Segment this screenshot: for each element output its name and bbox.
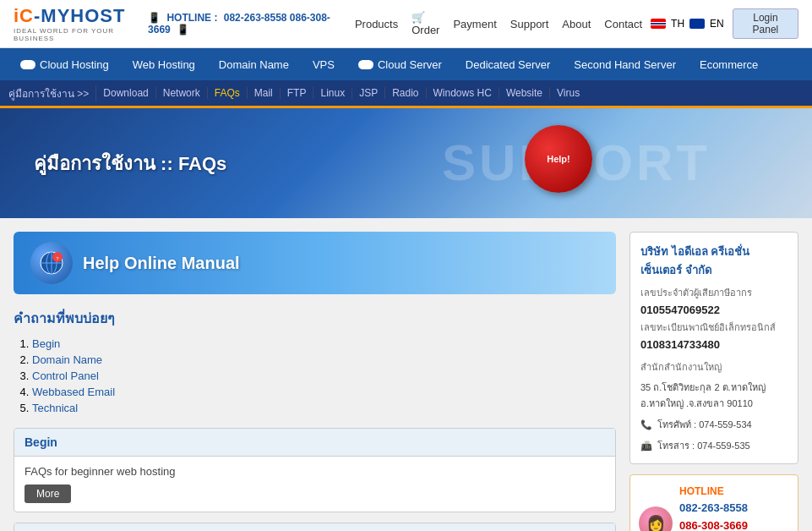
- hotline-num2: 086-308-3669: [679, 517, 748, 531]
- fax-icon: 📠: [640, 441, 652, 451]
- nav-ecommerce[interactable]: Ecommerce: [688, 48, 770, 80]
- logo-text: iCiC-MYHOST-MYHOST: [14, 5, 148, 27]
- nav-contact[interactable]: Contact: [604, 18, 642, 30]
- faq-list: Begin Domain Name Control Panel Webbased…: [14, 337, 616, 414]
- section-domain: Domain Name: [14, 523, 616, 531]
- top-bar: iCiC-MYHOST-MYHOST IDEAL WORLD FOR YOUR …: [0, 0, 812, 48]
- language-selector: TH EN: [651, 18, 724, 30]
- nav-cloud-server[interactable]: Cloud Server: [346, 48, 454, 80]
- cloud-icon: [20, 60, 35, 69]
- faq-title: คำถามที่พบบ่อยๆ: [14, 308, 616, 329]
- section-domain-header: Domain Name: [14, 523, 615, 531]
- subnav-mail[interactable]: Mail: [248, 87, 281, 99]
- nav-vps[interactable]: VPS: [301, 48, 346, 80]
- help-banner-text: Help Online Manual: [83, 254, 240, 273]
- office-label: สำนักสำนักงานใหญ่: [640, 359, 787, 375]
- nav-products[interactable]: Products: [355, 18, 398, 30]
- fax-number: 📠 โทรสาร : 074-559-535: [640, 438, 787, 454]
- lang-en-label[interactable]: EN: [710, 18, 724, 30]
- nav-cloud-hosting[interactable]: Cloud Hosting: [8, 48, 121, 80]
- electronics-label: เลขทะเบียนพาณิชย์อิเล็กทรอนิกส์: [640, 320, 787, 336]
- subnav-linux[interactable]: Linux: [313, 87, 352, 99]
- faq-link-technical[interactable]: Technical: [32, 402, 78, 414]
- phone-number: 📞 โทรศัพท์ : 074-559-534: [640, 417, 787, 433]
- hotline-avatar: 👩: [639, 506, 673, 531]
- list-item: Begin: [32, 337, 616, 350]
- lang-th-label[interactable]: TH: [671, 18, 684, 30]
- cloud-icon-2: [358, 60, 373, 69]
- logo-subtitle: IDEAL WORLD FOR YOUR BUSINESS: [14, 27, 148, 42]
- nav-second-hand-server[interactable]: Second Hand Server: [562, 48, 688, 80]
- company-name: บริษัท ไอดีเอล ครีเอชั่น เซ็นเตอร์ จำกัด: [640, 243, 787, 280]
- flag-uk: [689, 19, 705, 29]
- subnav-windows-hc[interactable]: Windows HC: [427, 87, 499, 99]
- more-button-begin[interactable]: More: [25, 484, 71, 503]
- flag-thailand: [651, 19, 666, 29]
- help-online-banner: ? Help Online Manual: [14, 232, 616, 294]
- nav-support[interactable]: Support: [510, 18, 549, 30]
- subnav-download[interactable]: Download: [96, 87, 155, 99]
- section-begin: Begin FAQs for beginner web hosting More: [14, 428, 616, 512]
- section-begin-body: FAQs for beginner web hosting More: [14, 457, 615, 512]
- nav-domain-name[interactable]: Domain Name: [207, 48, 301, 80]
- logo: iCiC-MYHOST-MYHOST IDEAL WORLD FOR YOUR …: [14, 5, 148, 42]
- faq-link-begin[interactable]: Begin: [32, 337, 60, 350]
- faq-link-domain[interactable]: Domain Name: [32, 353, 102, 366]
- nav-about[interactable]: About: [562, 18, 591, 30]
- section-begin-text: FAQs for beginner web hosting: [25, 465, 605, 478]
- company-address: 35 ถ.โชติวิทยะกุล 2 ต.หาดใหญ่ อ.หาดใหญ่ …: [640, 380, 787, 411]
- top-right-area: 📱 HOTLINE : 082-263-8558 086-308-3669 📱 …: [148, 8, 798, 39]
- hotline-num1: 082-263-8558: [679, 500, 748, 517]
- phone-icon: 📱: [148, 12, 161, 24]
- main-nav: Cloud Hosting Web Hosting Domain Name VP…: [0, 48, 812, 80]
- list-item: Domain Name: [32, 353, 616, 366]
- list-item: Webbased Email: [32, 386, 616, 398]
- faq-link-cpanel[interactable]: Control Panel: [32, 370, 99, 382]
- banner-title: คู่มือการใช้งาน :: FAQs: [34, 149, 226, 178]
- hotline-info: HOTLINE 082-263-8558 086-308-3669 Send a…: [679, 484, 748, 531]
- nav-dedicated-server[interactable]: Dedicated Server: [454, 48, 562, 80]
- content-wrapper: ? Help Online Manual คำถามที่พบบ่อยๆ Beg…: [0, 218, 812, 531]
- section-begin-header: Begin: [14, 429, 615, 457]
- company-info-card: บริษัท ไอดีเอล ครีเอชั่น เซ็นเตอร์ จำกัด…: [629, 232, 798, 464]
- list-item: Control Panel: [32, 370, 616, 382]
- list-item: Technical: [32, 402, 616, 414]
- subnav-ftp[interactable]: FTP: [281, 87, 314, 99]
- tax-label: เลขประจำตัวผู้เสียภาษีอากร: [640, 285, 787, 301]
- sidebar: บริษัท ไอดีเอล ครีเอชั่น เซ็นเตอร์ จำกัด…: [629, 232, 798, 531]
- subnav-faqs[interactable]: FAQs: [208, 87, 248, 99]
- nav-web-hosting[interactable]: Web Hosting: [121, 48, 207, 80]
- top-nav: Products 🛒 Order Payment Support About C…: [355, 11, 642, 36]
- electronics-id: 0108314733480: [640, 336, 787, 354]
- nav-payment[interactable]: Payment: [453, 18, 496, 30]
- nav-order[interactable]: 🛒 Order: [411, 11, 439, 36]
- hotline-box: 👩 HOTLINE 082-263-8558 086-308-3669 Send…: [629, 474, 798, 531]
- subnav-jsp[interactable]: JSP: [352, 87, 385, 99]
- subnav-virus[interactable]: Virus: [550, 87, 586, 99]
- hotline-text: 📱 HOTLINE : 082-263-8558 086-308-3669 📱: [148, 12, 346, 36]
- hotline-title: HOTLINE: [679, 484, 748, 500]
- banner-help-icon: Help!: [525, 125, 592, 193]
- subnav-website[interactable]: Website: [499, 87, 550, 99]
- page-banner: คู่มือการใช้งาน :: FAQs SUPPORT Help!: [0, 108, 812, 218]
- breadcrumb: คู่มือการใช้งาน >>: [8, 85, 96, 101]
- tax-id: 0105547069522: [640, 301, 787, 320]
- sub-nav: คู่มือการใช้งาน >> Download Network FAQs…: [0, 80, 812, 106]
- subnav-network[interactable]: Network: [156, 87, 208, 99]
- login-button[interactable]: Login Panel: [733, 8, 798, 39]
- help-globe-icon: ?: [30, 242, 73, 284]
- phone-icon-sidebar: 📞: [640, 419, 652, 430]
- main-content: ? Help Online Manual คำถามที่พบบ่อยๆ Beg…: [14, 232, 616, 531]
- faq-link-webmail[interactable]: Webbased Email: [32, 386, 115, 398]
- subnav-radio[interactable]: Radio: [385, 87, 426, 99]
